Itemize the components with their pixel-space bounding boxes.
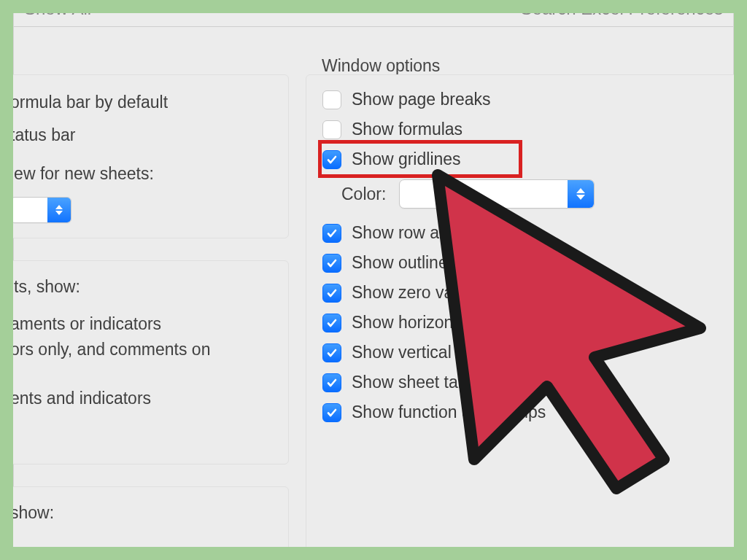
view-new-sheets-value	[11, 198, 47, 222]
gridline-color-select[interactable]	[399, 179, 595, 209]
checkbox-zero_values[interactable]	[322, 284, 341, 303]
option-label-gridlines: Show gridlines	[352, 149, 461, 169]
checkbox-row_and[interactable]	[322, 224, 341, 243]
option-page_breaks[interactable]: Show page breaks	[322, 90, 734, 109]
option-formulas[interactable]: Show formulas	[322, 120, 734, 139]
show-label: show:	[10, 503, 279, 523]
checkbox-outline_sy[interactable]	[322, 254, 341, 273]
prefs-content: ormula bar by default tatus bar iew for …	[14, 27, 733, 553]
formula-bar-option[interactable]: ormula bar by default	[10, 93, 279, 112]
option-label-vert_scroll: Show vertical scroll	[352, 343, 495, 362]
show-all-button[interactable]: Show All	[24, 0, 91, 19]
search-preferences-field[interactable]: Search Excel Preferences	[521, 0, 723, 19]
option-horiz_scroll[interactable]: Show horizontal sc	[322, 313, 734, 332]
window-options-title: Window options	[322, 56, 440, 76]
option-label-outline_sy: Show outline sy	[352, 253, 469, 273]
preferences-window: Show All Search Excel Preferences ormula…	[13, 0, 734, 554]
opt-ents-and-indicators[interactable]: ents and indicators	[10, 389, 279, 408]
select-arrows-icon	[568, 180, 594, 208]
option-outline_sy[interactable]: Show outline sy	[322, 253, 734, 273]
left-panel-2: its, show: aments or indicators ors only…	[1, 260, 289, 464]
checkbox-sheet_tabs[interactable]	[322, 373, 341, 392]
option-gridlines[interactable]: Show gridlines	[322, 149, 734, 169]
opt-aments-or-indicators[interactable]: aments or indicators	[10, 314, 279, 334]
checkbox-gridlines[interactable]	[322, 150, 341, 169]
checkbox-formulas[interactable]	[322, 120, 341, 139]
option-label-page_breaks: Show page breaks	[352, 90, 491, 109]
option-row_and[interactable]: Show row an	[322, 223, 734, 243]
checkbox-horiz_scroll[interactable]	[322, 314, 341, 332]
select-arrows-icon	[47, 198, 71, 222]
left-panel-1: ormula bar by default tatus bar iew for …	[1, 74, 289, 238]
status-bar-option[interactable]: tatus bar	[10, 125, 279, 145]
window-options-panel: Show page breaksShow formulasShow gridli…	[306, 74, 743, 560]
gridline-color-value	[400, 180, 568, 208]
option-sheet_tabs[interactable]: Show sheet tabs	[322, 373, 734, 392]
its-show-label: its, show:	[10, 277, 279, 297]
gridline-color-label: Color:	[341, 184, 386, 204]
view-new-sheets-select[interactable]	[10, 197, 71, 223]
view-new-sheets-label: iew for new sheets:	[10, 164, 279, 184]
option-label-horiz_scroll: Show horizontal sc	[352, 313, 492, 332]
checkbox-vert_scroll[interactable]	[322, 343, 341, 362]
option-vert_scroll[interactable]: Show vertical scroll	[322, 343, 734, 362]
prefs-toolbar: Show All Search Excel Preferences	[14, 0, 733, 27]
checkbox-page_breaks[interactable]	[322, 90, 341, 109]
gridline-color-row: Color:	[341, 179, 734, 209]
option-screentips[interactable]: Show function ScreenTips	[322, 402, 734, 422]
option-label-row_and: Show row an	[352, 223, 449, 243]
left-panel-3: show:	[1, 486, 289, 560]
checkbox-screentips[interactable]	[322, 403, 341, 422]
option-zero_values[interactable]: Show zero values	[322, 283, 734, 303]
option-label-formulas: Show formulas	[352, 120, 462, 139]
option-label-zero_values: Show zero values	[352, 283, 484, 303]
opt-ors-only[interactable]: ors only, and comments on	[10, 340, 279, 359]
option-label-screentips: Show function ScreenTips	[352, 402, 546, 422]
option-label-sheet_tabs: Show sheet tabs	[352, 373, 476, 392]
